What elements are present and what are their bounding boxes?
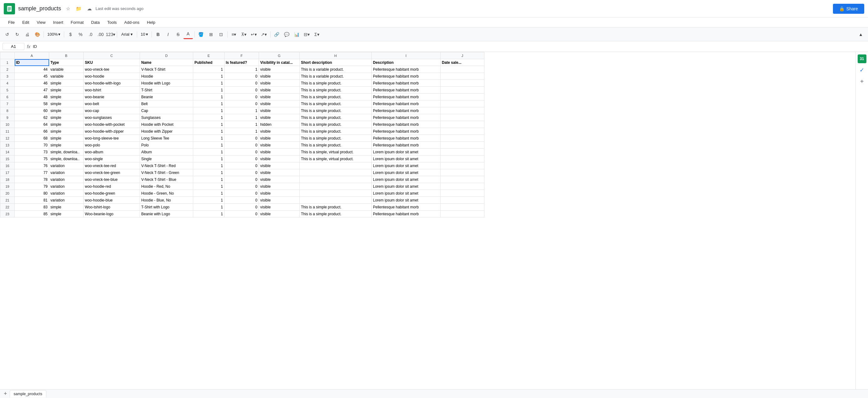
row-num-21[interactable]: 21 xyxy=(0,197,15,204)
cell-h15[interactable]: This is a simple, virtual product. xyxy=(300,156,372,162)
col-header-h[interactable]: H xyxy=(300,52,372,59)
cell-d11[interactable]: Hoodie with Zipper xyxy=(140,128,193,135)
add-sidebar-icon[interactable]: + xyxy=(858,77,866,86)
add-sheet-button[interactable]: + xyxy=(4,391,7,397)
cell-e5[interactable]: 1 xyxy=(193,87,224,94)
cell-e20[interactable]: 1 xyxy=(193,190,224,197)
cell-d12[interactable]: Long Sleeve Tee xyxy=(140,135,193,142)
cell-c13[interactable]: woo-polo xyxy=(84,142,140,148)
cell-i22[interactable]: Pellentesque habitant morb xyxy=(372,204,441,210)
cell-d15[interactable]: Single xyxy=(140,156,193,162)
cell-j11[interactable] xyxy=(441,128,485,135)
cell-a4[interactable]: 46 xyxy=(15,80,49,87)
toolbar-toggle-button[interactable]: ▲ xyxy=(856,30,866,39)
cell-h14[interactable]: This is a simple, virtual product. xyxy=(300,148,372,156)
cell-f11[interactable]: 1 xyxy=(224,128,259,135)
calendar-sidebar-icon[interactable]: 31 xyxy=(858,55,866,63)
cell-e3[interactable]: 1 xyxy=(193,73,224,80)
row-num-12[interactable]: 12 xyxy=(0,135,15,142)
cell-e7[interactable]: 1 xyxy=(193,100,224,107)
percent-button[interactable]: % xyxy=(76,30,85,39)
cell-b4[interactable]: simple xyxy=(49,80,84,87)
cell-c3[interactable]: woo-hoodie xyxy=(84,73,140,80)
cell-d13[interactable]: Polo xyxy=(140,142,193,148)
cell-e16[interactable]: 1 xyxy=(193,162,224,169)
cell-a19[interactable]: 79 xyxy=(15,183,49,190)
cell-i18[interactable]: Lorem ipsum dolor sit amet xyxy=(372,176,441,183)
cell-d20[interactable]: Hoodie - Green, No xyxy=(140,190,193,197)
cell-c22[interactable]: Woo-tshirt-logo xyxy=(84,204,140,210)
cell-a8[interactable]: 60 xyxy=(15,107,49,114)
cell-d21[interactable]: Hoodie - Blue, No xyxy=(140,197,193,204)
filter-button[interactable]: ⊟▾ xyxy=(302,30,312,39)
cell-a10[interactable]: 64 xyxy=(15,121,49,128)
cell-g12[interactable]: visible xyxy=(259,135,300,142)
row-num-4[interactable]: 4 xyxy=(0,80,15,87)
cell-h19[interactable] xyxy=(300,183,372,190)
cell-g13[interactable]: visible xyxy=(259,142,300,148)
cell-f3[interactable]: 0 xyxy=(224,73,259,80)
cell-f2[interactable]: 1 xyxy=(224,66,259,73)
cell-g6[interactable]: visible xyxy=(259,94,300,100)
row-num-10[interactable]: 10 xyxy=(0,121,15,128)
cell-f15[interactable]: 0 xyxy=(224,156,259,162)
col-header-e[interactable]: E xyxy=(193,52,224,59)
wrap-button[interactable]: ↵▾ xyxy=(249,30,259,39)
move-to-folder-button[interactable]: 📁 xyxy=(74,4,83,13)
col-header-c[interactable]: C xyxy=(84,52,140,59)
italic-button[interactable]: I xyxy=(163,30,173,39)
cell-d5[interactable]: T-Shirt xyxy=(140,87,193,94)
cell-f22[interactable]: 0 xyxy=(224,204,259,210)
cell-b2[interactable]: variable xyxy=(49,66,84,73)
cell-f7[interactable]: 0 xyxy=(224,100,259,107)
cell-a17[interactable]: 77 xyxy=(15,169,49,176)
cell-i10[interactable]: Pellentesque habitant morb xyxy=(372,121,441,128)
cell-a5[interactable]: 47 xyxy=(15,87,49,94)
cell-e18[interactable]: 1 xyxy=(193,176,224,183)
star-button[interactable]: ☆ xyxy=(64,4,72,13)
col-header-i[interactable]: I xyxy=(372,52,441,59)
row-num-19[interactable]: 19 xyxy=(0,183,15,190)
cell-d16[interactable]: V-Neck T-Shirt - Red xyxy=(140,162,193,169)
row-num-15[interactable]: 15 xyxy=(0,156,15,162)
paint-format-button[interactable]: 🎨 xyxy=(33,30,42,39)
cell-a1[interactable]: ID xyxy=(15,59,49,66)
cell-c16[interactable]: woo-vneck-tee-red xyxy=(84,162,140,169)
cell-j7[interactable] xyxy=(441,100,485,107)
cell-h20[interactable] xyxy=(300,190,372,197)
cell-b1[interactable]: Type xyxy=(49,59,84,66)
cell-g11[interactable]: visible xyxy=(259,128,300,135)
cell-h1[interactable]: Short description xyxy=(300,59,372,66)
cell-e21[interactable]: 1 xyxy=(193,197,224,204)
cell-c23[interactable]: Woo-beanie-logo xyxy=(84,210,140,218)
cell-a2[interactable]: 44 xyxy=(15,66,49,73)
cell-c19[interactable]: woo-hoodie-red xyxy=(84,183,140,190)
row-num-22[interactable]: 22 xyxy=(0,204,15,210)
cell-e23[interactable]: 1 xyxy=(193,210,224,218)
cell-h22[interactable]: This is a simple product. xyxy=(300,204,372,210)
cell-i17[interactable]: Lorem ipsum dolor sit amet xyxy=(372,169,441,176)
cell-e4[interactable]: 1 xyxy=(193,80,224,87)
cell-i4[interactable]: Pellentesque habitant morb xyxy=(372,80,441,87)
cell-e1[interactable]: Published xyxy=(193,59,224,66)
cell-c2[interactable]: woo-vneck-tee xyxy=(84,66,140,73)
cell-h4[interactable]: This is a simple product. xyxy=(300,80,372,87)
cell-f4[interactable]: 0 xyxy=(224,80,259,87)
cell-g23[interactable]: visible xyxy=(259,210,300,218)
row-num-11[interactable]: 11 xyxy=(0,128,15,135)
zoom-select[interactable]: 100% ▾ xyxy=(45,31,62,38)
cell-f6[interactable]: 0 xyxy=(224,94,259,100)
menu-data[interactable]: Data xyxy=(88,19,103,26)
cell-c7[interactable]: woo-belt xyxy=(84,100,140,107)
menu-help[interactable]: Help xyxy=(144,19,158,26)
cell-a12[interactable]: 68 xyxy=(15,135,49,142)
grid-wrapper[interactable]: A B C D E F G H I J 1 ID Type xyxy=(0,52,856,398)
cell-d4[interactable]: Hoodie with Logo xyxy=(140,80,193,87)
cell-h3[interactable]: This is a variable product. xyxy=(300,73,372,80)
bold-button[interactable]: B xyxy=(153,30,163,39)
cell-a6[interactable]: 48 xyxy=(15,94,49,100)
col-header-g[interactable]: G xyxy=(259,52,300,59)
cell-i9[interactable]: Pellentesque habitant morb xyxy=(372,114,441,121)
text-color-button[interactable]: A xyxy=(184,30,193,39)
cell-j5[interactable] xyxy=(441,87,485,94)
